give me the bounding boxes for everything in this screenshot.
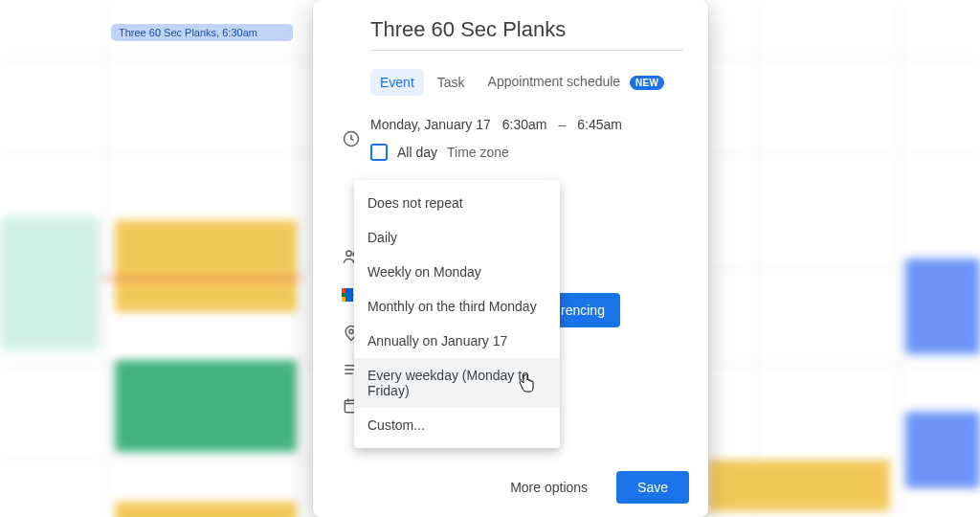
recurrence-dropdown: Does not repeat Daily Weekly on Monday M… [354, 180, 560, 448]
tab-event[interactable]: Event [370, 69, 424, 96]
event-date[interactable]: Monday, January 17 [370, 117, 491, 132]
timezone-link[interactable]: Time zone [447, 145, 509, 160]
more-options-button[interactable]: More options [497, 472, 601, 503]
tab-task[interactable]: Task [428, 69, 475, 96]
calendar-pill-event[interactable]: Three 60 Sec Planks, 6:30am [111, 24, 293, 41]
time-row: Monday, January 17 6:30am – 6:45am All d… [332, 117, 689, 161]
recurrence-option-does-not-repeat[interactable]: Does not repeat [354, 186, 560, 220]
recurrence-option-daily[interactable]: Daily [354, 220, 560, 255]
recurrence-option-every-weekday[interactable]: Every weekday (Monday to Friday) [354, 358, 560, 408]
new-badge: NEW [630, 76, 664, 90]
allday-label: All day [397, 145, 437, 160]
event-title-input[interactable]: Three 60 Sec Planks [370, 17, 683, 51]
tab-appointment-schedule[interactable]: Appointment schedule NEW [479, 68, 675, 96]
modal-footer: More options Save [497, 471, 689, 504]
event-start-time[interactable]: 6:30am [502, 117, 547, 132]
recurrence-option-annually[interactable]: Annually on January 17 [354, 324, 560, 358]
recurrence-option-monthly[interactable]: Monthly on the third Monday [354, 289, 560, 324]
recurrence-option-weekly[interactable]: Weekly on Monday [354, 255, 560, 289]
clock-icon [332, 129, 370, 148]
event-type-tabs: Event Task Appointment schedule NEW [370, 68, 689, 96]
save-button[interactable]: Save [616, 471, 689, 504]
svg-point-3 [349, 329, 353, 333]
recurrence-option-custom[interactable]: Custom... [354, 408, 560, 442]
event-end-time[interactable]: 6:45am [577, 117, 622, 132]
svg-point-1 [346, 251, 351, 256]
allday-checkbox[interactable] [370, 144, 388, 161]
tab-appointment-label: Appointment schedule [488, 74, 621, 89]
time-separator: – [559, 117, 567, 132]
calendar-pill-label: Three 60 Sec Planks, 6:30am [119, 27, 257, 38]
